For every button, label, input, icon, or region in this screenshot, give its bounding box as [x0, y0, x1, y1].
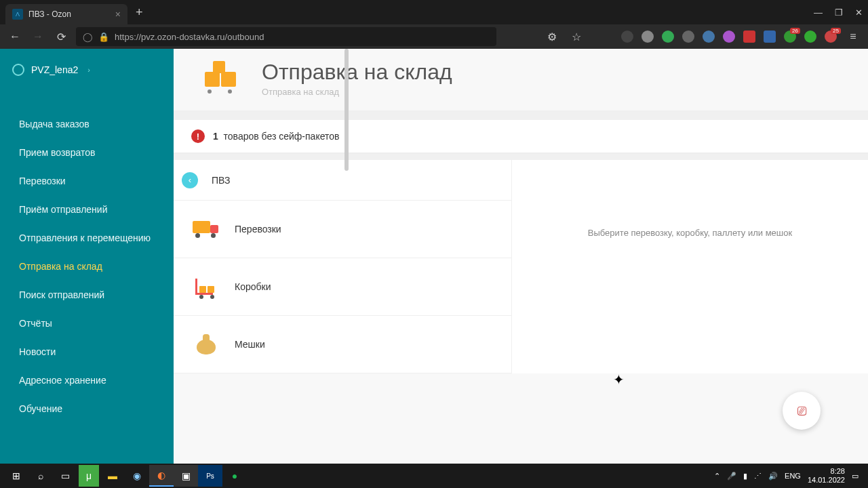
extension-abp-icon[interactable] [743, 30, 755, 43]
forward-button[interactable]: → [30, 30, 46, 43]
right-panel: Выберите перевозку, коробку, паллету или… [511, 160, 868, 373]
placeholder-text: Выберите перевозку, коробку, паллету или… [588, 228, 792, 238]
alert-bar[interactable]: ! 1 товаров без сейф-пакетов [174, 120, 868, 153]
taskbar-app[interactable]: μ [79, 465, 99, 487]
url-text: https://pvz.ozon-dostavka.ru/outbound [115, 32, 264, 42]
translate-icon[interactable]: ⚙ [544, 30, 560, 43]
scrollbar[interactable] [344, 49, 349, 171]
cart-icon [191, 272, 221, 302]
toolbar-actions: ⚙ ☆ 26 25 ≡ [544, 30, 861, 43]
tray-wifi-icon[interactable]: ⋰ [754, 472, 762, 481]
scanner-button[interactable]: ⎚ [783, 392, 821, 430]
divider [174, 110, 868, 120]
browser-toolbar: ← → ⟳ ◯ 🔒 https://pvz.ozon-dostavka.ru/o… [0, 24, 868, 49]
extension-icon[interactable] [682, 30, 694, 43]
browser-tab-strip: Λ ПВЗ - Ozon × + ― ❐ ✕ [0, 0, 868, 24]
page-title: Отправка на склад [262, 61, 452, 83]
close-window-button[interactable]: ✕ [855, 7, 863, 18]
lock-icon: 🔒 [98, 32, 109, 42]
sidebar-item-storage[interactable]: Адресное хранение [0, 366, 174, 394]
window-controls: ― ❐ ✕ [814, 7, 863, 18]
minimize-button[interactable]: ― [814, 7, 823, 18]
gear-icon [12, 64, 24, 76]
taskbar-app-spotify[interactable]: ● [222, 465, 247, 487]
tray-clock[interactable]: 8:28 14.01.2022 [808, 467, 845, 485]
taskbar-app-photoshop[interactable]: Ps [198, 465, 222, 487]
extension-icon[interactable] [703, 30, 715, 43]
sidebar-item-search[interactable]: Поиск отправлений [0, 281, 174, 309]
back-icon: ‹ [182, 172, 198, 188]
new-tab-button[interactable]: + [136, 5, 143, 20]
extension-icon[interactable]: 26 [784, 30, 796, 43]
bookmark-icon[interactable]: ☆ [568, 30, 585, 43]
bag-icon [191, 329, 221, 359]
extension-icon[interactable] [662, 30, 674, 43]
extension-icon[interactable]: 25 [825, 30, 837, 43]
sidebar-item-move[interactable]: Отправления к перемещению [0, 224, 174, 252]
maximize-button[interactable]: ❐ [835, 7, 843, 18]
panel-back-label: ПВЗ [212, 175, 230, 186]
sidebar-menu: Выдача заказов Прием возвратов Перевозки… [0, 110, 174, 423]
page-header: Отправка на склад Отправка на склад [174, 61, 868, 110]
menu-icon[interactable]: ≡ [845, 30, 861, 43]
tab-title: ПВЗ - Ozon [28, 9, 71, 19]
sidebar-item-reports[interactable]: Отчёты [0, 309, 174, 338]
tab-favicon: Λ [12, 9, 23, 20]
sidebar-item-transports[interactable]: Перевозки [0, 167, 174, 195]
extension-icon[interactable] [804, 30, 816, 43]
taskbar: ⊞ ⌕ ▭ μ ▬ ◉ ◐ ▣ Ps ● ⌃ 🎤 ▮ ⋰ 🔊 ENG 8:28 … [0, 464, 868, 488]
alert-text: 1 товаров без сейф-пакетов [213, 131, 339, 142]
taskbar-app-firefox[interactable]: ◐ [149, 465, 174, 487]
sidebar-item-outbound[interactable]: Отправка на склад [0, 252, 174, 281]
taskbar-app[interactable]: ▣ [174, 465, 198, 487]
tray-lang[interactable]: ENG [785, 472, 801, 480]
panel-item-label: Коробки [235, 281, 271, 292]
sidebar-brand[interactable]: PVZ_lena2 › [0, 57, 174, 83]
sidebar: PVZ_lena2 › Выдача заказов Прием возврат… [0, 49, 174, 464]
taskview-button[interactable]: ▭ [53, 465, 77, 487]
tray-chevron-icon[interactable]: ⌃ [714, 472, 720, 481]
sidebar-item-returns[interactable]: Прием возвратов [0, 138, 174, 167]
divider [174, 153, 868, 160]
tray-notifications-icon[interactable]: ▭ [852, 472, 859, 481]
panel-item-boxes[interactable]: Коробки [174, 258, 511, 316]
brand-label: PVZ_lena2 [31, 64, 78, 75]
browser-tab[interactable]: Λ ПВЗ - Ozon × [5, 4, 127, 24]
truck-icon [191, 214, 221, 244]
panel-item-bags[interactable]: Мешки [174, 316, 511, 373]
sidebar-item-training[interactable]: Обучение [0, 394, 174, 423]
system-tray: ⌃ 🎤 ▮ ⋰ 🔊 ENG 8:28 14.01.2022 ▭ [714, 467, 864, 485]
extension-icon[interactable] [723, 30, 735, 43]
tray-volume-icon[interactable]: 🔊 [768, 472, 778, 481]
cursor-icon: ✦ [613, 371, 625, 388]
pin-icon: › [87, 66, 90, 74]
close-icon[interactable]: × [115, 9, 121, 20]
scanner-icon: ⎚ [797, 402, 806, 420]
boxes-icon [205, 61, 245, 94]
app-root: PVZ_lena2 › Выдача заказов Прием возврат… [0, 49, 868, 464]
tray-mic-icon[interactable]: 🎤 [727, 472, 736, 481]
sidebar-item-orders[interactable]: Выдача заказов [0, 110, 174, 138]
extension-vk-icon[interactable] [764, 30, 776, 43]
panel-item-transports[interactable]: Перевозки [174, 201, 511, 258]
shield-icon: ◯ [83, 32, 93, 42]
address-bar[interactable]: ◯ 🔒 https://pvz.ozon-dostavka.ru/outboun… [76, 27, 496, 46]
taskbar-app-explorer[interactable]: ▬ [100, 465, 125, 487]
extension-icon[interactable] [621, 30, 633, 43]
tray-battery-icon[interactable]: ▮ [743, 472, 747, 481]
extension-icon[interactable] [642, 30, 654, 43]
sidebar-item-news[interactable]: Новости [0, 338, 174, 366]
page-subtitle: Отправка на склад [262, 87, 452, 97]
start-button[interactable]: ⊞ [4, 465, 28, 487]
search-button[interactable]: ⌕ [28, 465, 53, 487]
panel-item-label: Перевозки [235, 224, 281, 235]
panel-item-label: Мешки [235, 339, 265, 350]
taskbar-app-steam[interactable]: ◉ [125, 465, 149, 487]
main-split: ‹ ПВЗ Перевозки [174, 160, 868, 373]
main-content: Отправка на склад Отправка на склад ! 1 … [174, 49, 868, 464]
back-button[interactable]: ← [7, 30, 23, 43]
sidebar-item-receive[interactable]: Приём отправлений [0, 195, 174, 224]
panel-back[interactable]: ‹ ПВЗ [174, 160, 511, 201]
reload-button[interactable]: ⟳ [53, 30, 69, 43]
alert-icon: ! [191, 129, 205, 143]
